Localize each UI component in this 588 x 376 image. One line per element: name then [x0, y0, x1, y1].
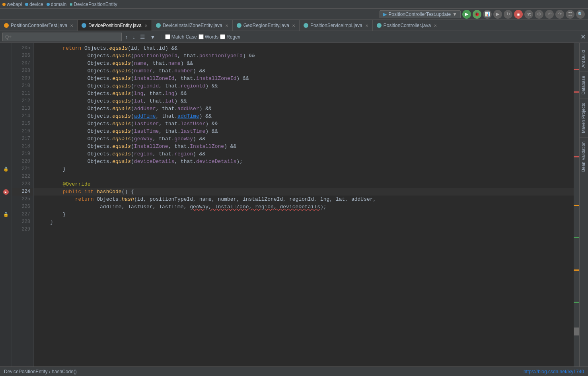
- code-line-213: Objects.equals(addUser, that.addUser) &&: [34, 105, 574, 112]
- code-line-226: addTime, lastUser, lastTime, geoWay, Ins…: [34, 203, 574, 211]
- gutter-224[interactable]: ▶: [0, 188, 12, 196]
- debug-button[interactable]: 🐞: [473, 10, 481, 19]
- tab-georegionentity[interactable]: GeoRegionEntity.java ✕: [233, 20, 300, 31]
- close-tab-4[interactable]: ✕: [365, 23, 368, 28]
- top-bar: webapi device domain ■ DevicePositionEnt…: [0, 0, 588, 9]
- tab-deviceinstallzoneentity[interactable]: DeviceInstallZoneEntity.java ✕: [152, 20, 233, 31]
- linenum-215: 215: [12, 120, 33, 128]
- code-line-216: Objects.equals(lastTime, that.lastTime) …: [34, 128, 574, 135]
- close-tab-0[interactable]: ✕: [70, 23, 73, 28]
- build-button[interactable]: 🛠: [524, 10, 533, 19]
- linenum-225: 225: [12, 196, 33, 203]
- redo-button[interactable]: ↷: [555, 10, 564, 19]
- scroll-indicator-green-2: [574, 302, 579, 303]
- code-line-225: return Objects.hash(id, positionTypeId, …: [34, 196, 574, 203]
- regex-option[interactable]: Regex: [220, 34, 240, 40]
- right-panels: Ant Build Database Maven Projects Bean V…: [579, 43, 588, 366]
- search-input[interactable]: [2, 33, 122, 41]
- search-bar: ↑ ↓ ☰ ▼ | Match Case Words Regex ✕: [0, 31, 588, 43]
- linenum-217: 217: [12, 135, 33, 143]
- tab-positioncontrollertest[interactable]: PositionControllerTest.java ✕: [0, 20, 78, 31]
- close-tab-5[interactable]: ✕: [434, 23, 437, 28]
- scroll-indicator-yellow-2: [574, 269, 579, 271]
- scroll-indicator-green-1: [574, 237, 579, 238]
- code-line-215: Objects.equals(lastUser, that.lastUser) …: [34, 120, 574, 128]
- stop-button[interactable]: ■: [514, 10, 523, 19]
- reload-button[interactable]: ↻: [504, 10, 512, 19]
- code-line-207: Objects.equals(name, that.name) &&: [34, 60, 574, 67]
- layout-button[interactable]: ☷: [566, 10, 574, 19]
- top-bar-class[interactable]: ■ DevicePositionEntity: [70, 2, 117, 7]
- search-up-button[interactable]: ↑: [123, 33, 129, 41]
- status-bar: DevicePositionEntity › hashCode() https:…: [0, 366, 588, 376]
- profile-button[interactable]: ▶: [493, 10, 502, 19]
- linenum-209: 209: [12, 75, 33, 82]
- linenum-210: 210: [12, 82, 33, 90]
- code-line-224: public int hashCode() {: [34, 188, 574, 196]
- linenum-205: 205: [12, 45, 33, 52]
- linenum-214: 214: [12, 112, 33, 120]
- gutter-223: [0, 180, 12, 188]
- linenum-218: 218: [12, 143, 33, 150]
- scroll-indicator-yellow-1: [574, 205, 579, 206]
- words-checkbox[interactable]: [199, 34, 204, 39]
- scroll-indicator-red-2: [574, 91, 579, 93]
- maven-projects-panel[interactable]: Maven Projects: [580, 100, 588, 136]
- code-line-211: Objects.equals(lng, that.lng) &&: [34, 90, 574, 97]
- match-case-option[interactable]: Match Case: [165, 34, 197, 40]
- linenum-220: 220: [12, 158, 33, 165]
- search-filter2-button[interactable]: ▼: [148, 33, 157, 41]
- gutter-210: [0, 82, 12, 90]
- gutter-222: [0, 173, 12, 180]
- tab-positionserviceimpl[interactable]: PositionServiceImpl.java ✕: [300, 20, 373, 31]
- gutter-214: [0, 112, 12, 120]
- close-tab-1[interactable]: ✕: [144, 23, 148, 28]
- code-line-229: [34, 226, 574, 233]
- ant-build-panel[interactable]: Ant Build: [580, 47, 588, 71]
- gutter-212: [0, 97, 12, 105]
- top-bar-domain[interactable]: domain: [47, 2, 66, 7]
- search-close-button[interactable]: ✕: [580, 33, 586, 41]
- code-line-214: Objects.equals(addTime, that.addTime) &&: [34, 112, 574, 120]
- database-panel[interactable]: Database: [580, 73, 588, 98]
- words-option[interactable]: Words: [199, 34, 218, 40]
- run-config[interactable]: ▶ PositionControllerTest.update ▼: [380, 10, 461, 18]
- search-down-button[interactable]: ↓: [131, 33, 137, 41]
- gutter-215: [0, 120, 12, 128]
- undo-button[interactable]: ↶: [545, 10, 554, 19]
- gutter-225: [0, 196, 12, 203]
- top-bar-device[interactable]: device: [25, 2, 43, 7]
- code-line-223: @Override: [34, 180, 574, 188]
- code-line-212: Objects.equals(lat, that.lat) &&: [34, 97, 574, 105]
- linenum-222: 222: [12, 173, 33, 180]
- close-tab-2[interactable]: ✕: [225, 23, 228, 28]
- regex-checkbox[interactable]: [220, 34, 225, 39]
- gutter-206: [0, 52, 12, 60]
- scroll-indicator-red-3: [574, 156, 579, 157]
- match-case-checkbox[interactable]: [165, 34, 170, 39]
- code-line-219: Objects.equals(region, that.region) &&: [34, 150, 574, 158]
- top-bar-webapi[interactable]: webapi: [2, 2, 22, 7]
- tab-positioncontroller[interactable]: PositionController.java ✕: [373, 20, 441, 31]
- gutter-229: [0, 226, 12, 233]
- code-line-218: Objects.equals(InstallZone, that.Install…: [34, 143, 574, 150]
- linenum-223: 223: [12, 180, 33, 188]
- tab-devicepositionentity[interactable]: DevicePositionEntity.java ✕: [78, 20, 152, 31]
- coverage-button[interactable]: 📊: [483, 10, 492, 19]
- close-tab-3[interactable]: ✕: [292, 23, 295, 28]
- code-area[interactable]: return Objects.equals(id, that.id) && Ob…: [34, 43, 574, 366]
- run-button[interactable]: ▶: [462, 10, 471, 19]
- search-filter-button[interactable]: ☰: [138, 33, 147, 41]
- gutter-218: [0, 143, 12, 150]
- code-line-221: }: [34, 165, 574, 173]
- linenum-227: 227: [12, 211, 33, 218]
- status-url[interactable]: https://blog.csdn.net/lxy1740: [524, 369, 584, 374]
- code-line-206: Objects.equals(positionTypeId, that.posi…: [34, 52, 574, 60]
- main-layout: 🔒 ▶ 🔒 205 206 207 208 209 210 211 212 21…: [0, 43, 588, 366]
- gutter-205: [0, 45, 12, 52]
- bean-validation-panel[interactable]: Bean Validation: [580, 138, 588, 175]
- search-run-button[interactable]: 🔍: [576, 10, 585, 19]
- scroll-thumb[interactable]: [574, 328, 579, 335]
- settings-button[interactable]: ⚙: [535, 10, 543, 19]
- gutter-226: [0, 203, 12, 211]
